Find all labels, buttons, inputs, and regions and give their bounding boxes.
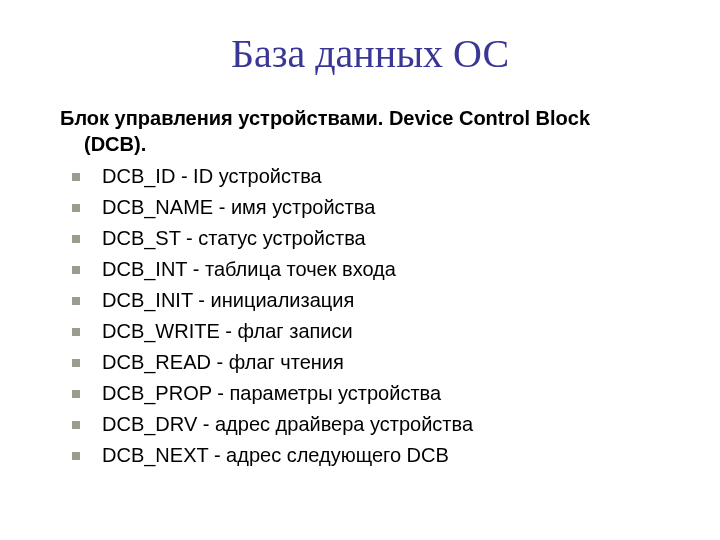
list-item: DCB_NAME - имя устройства <box>72 194 680 221</box>
list-item: DCB_DRV - адрес драйвера устройства <box>72 411 680 438</box>
bullet-icon <box>72 204 80 212</box>
bullet-icon <box>72 297 80 305</box>
bullet-icon <box>72 421 80 429</box>
bullet-icon <box>72 452 80 460</box>
list-item: DCB_ST - статус устройства <box>72 225 680 252</box>
heading-line-2: (DCB). <box>60 131 680 157</box>
list-item: DCB_PROP - параметры устройства <box>72 380 680 407</box>
list-item: DCB_NEXT - адрес следующего DCB <box>72 442 680 469</box>
list-item: DCB_READ - флаг чтения <box>72 349 680 376</box>
bullet-icon <box>72 235 80 243</box>
item-text: DCB_INIT - инициализация <box>102 287 354 314</box>
item-text: DCB_ST - статус устройства <box>102 225 366 252</box>
list-item: DCB_WRITE - флаг записи <box>72 318 680 345</box>
item-text: DCB_DRV - адрес драйвера устройства <box>102 411 473 438</box>
heading-line-1: Блок управления устройствами. Device Con… <box>60 107 590 129</box>
bullet-icon <box>72 173 80 181</box>
bullet-icon <box>72 390 80 398</box>
dcb-list: DCB_ID - ID устройства DCB_NAME - имя ус… <box>60 163 680 469</box>
item-text: DCB_WRITE - флаг записи <box>102 318 353 345</box>
list-item: DCB_ID - ID устройства <box>72 163 680 190</box>
bullet-icon <box>72 266 80 274</box>
item-text: DCB_NEXT - адрес следующего DCB <box>102 442 449 469</box>
item-text: DCB_ID - ID устройства <box>102 163 322 190</box>
list-item: DCB_INT - таблица точек входа <box>72 256 680 283</box>
item-text: DCB_PROP - параметры устройства <box>102 380 441 407</box>
page-title: База данных ОС <box>60 30 680 77</box>
item-text: DCB_INT - таблица точек входа <box>102 256 396 283</box>
item-text: DCB_READ - флаг чтения <box>102 349 344 376</box>
item-text: DCB_NAME - имя устройства <box>102 194 375 221</box>
section-heading: Блок управления устройствами. Device Con… <box>60 105 680 157</box>
bullet-icon <box>72 328 80 336</box>
bullet-icon <box>72 359 80 367</box>
list-item: DCB_INIT - инициализация <box>72 287 680 314</box>
